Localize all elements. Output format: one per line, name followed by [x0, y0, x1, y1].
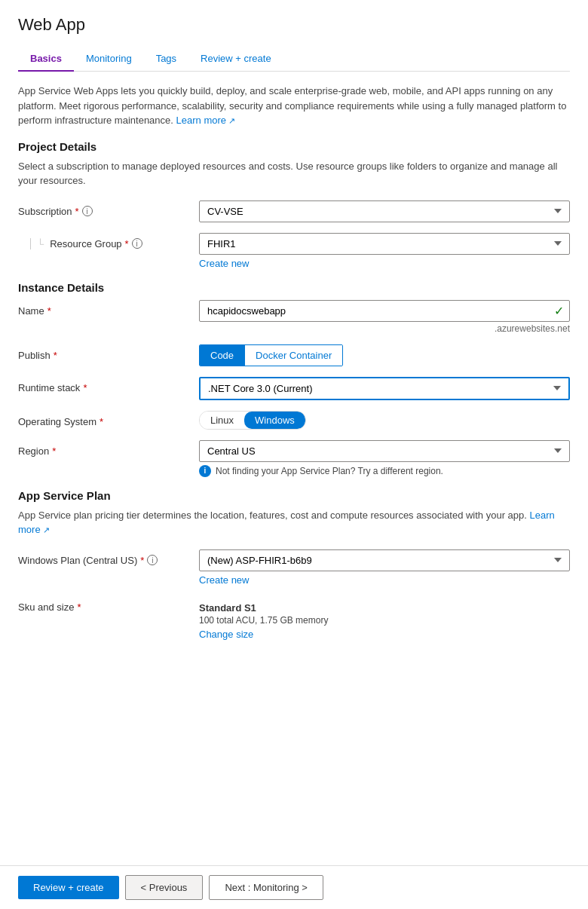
subscription-dropdown[interactable]: CV-VSE	[199, 200, 570, 222]
app-service-plan-description: App Service plan pricing tier determines…	[18, 508, 570, 537]
resource-group-required: *	[125, 238, 129, 249]
publish-docker-btn[interactable]: Docker Container	[245, 345, 342, 366]
next-button[interactable]: Next : Monitoring >	[209, 875, 323, 900]
region-dropdown[interactable]: Central US	[199, 440, 570, 462]
resource-group-create-new[interactable]: Create new	[199, 258, 570, 269]
name-control: ✓ .azurewebsites.net	[199, 300, 570, 334]
subscription-required: *	[75, 206, 79, 217]
project-details-description: Select a subscription to manage deployed…	[18, 159, 570, 188]
footer-bar: Review + create < Previous Next : Monito…	[0, 865, 588, 909]
region-label: Region *	[18, 440, 199, 457]
region-info-icon: i	[199, 465, 211, 477]
windows-plan-info-icon[interactable]: i	[147, 555, 158, 565]
resource-group-info-icon[interactable]: i	[132, 238, 142, 249]
tab-bar: Basics Monitoring Tags Review + create	[18, 47, 570, 72]
sku-control: Standard S1 100 total ACU, 1.75 GB memor…	[199, 596, 570, 646]
change-size-link[interactable]: Change size	[199, 629, 570, 640]
region-row: Region * Central US i Not finding your A…	[18, 440, 570, 477]
resource-group-dropdown[interactable]: FHIR1	[199, 233, 570, 255]
os-windows-btn[interactable]: Windows	[244, 412, 305, 429]
sku-required: *	[77, 601, 81, 613]
os-label: Operating System *	[18, 411, 199, 427]
subscription-label: Subscription * i	[18, 200, 199, 217]
page-description: App Service Web Apps lets you quickly bu…	[18, 84, 570, 128]
runtime-stack-required: *	[83, 382, 87, 393]
subscription-info-icon[interactable]: i	[82, 206, 93, 216]
os-toggle-group: Linux Windows	[199, 411, 306, 430]
tab-monitoring[interactable]: Monitoring	[74, 47, 144, 72]
name-input[interactable]	[199, 300, 570, 322]
runtime-stack-control: .NET Core 3.0 (Current)	[199, 377, 570, 400]
publish-control: Code Docker Container	[199, 344, 570, 366]
region-control: Central US i Not finding your App Servic…	[199, 440, 570, 477]
resource-group-row: └ Resource Group * i FHIR1 Create new	[18, 233, 570, 269]
sku-info: Standard S1 100 total ACU, 1.75 GB memor…	[199, 596, 570, 646]
name-required: *	[47, 305, 51, 317]
windows-plan-label: Windows Plan (Central US) * i	[18, 549, 199, 566]
os-control: Linux Windows	[199, 411, 570, 430]
sku-label: Sku and size *	[18, 596, 199, 613]
resource-group-control: FHIR1 Create new	[199, 233, 570, 269]
runtime-stack-row: Runtime stack * .NET Core 3.0 (Current)	[18, 377, 570, 400]
sku-details: 100 total ACU, 1.75 GB memory	[199, 615, 570, 626]
project-details-title: Project Details	[18, 140, 570, 153]
publish-code-btn[interactable]: Code	[200, 345, 245, 366]
os-linux-btn[interactable]: Linux	[200, 412, 244, 429]
os-row: Operating System * Linux Windows	[18, 411, 570, 430]
os-required: *	[100, 416, 103, 427]
tab-basics[interactable]: Basics	[18, 47, 74, 72]
subscription-row: Subscription * i CV-VSE	[18, 200, 570, 222]
app-service-plan-title: App Service Plan	[18, 489, 570, 502]
learn-more-link[interactable]: Learn more	[176, 115, 236, 126]
review-create-button[interactable]: Review + create	[18, 876, 119, 899]
page-title: Web App	[18, 15, 570, 35]
name-row: Name * ✓ .azurewebsites.net	[18, 300, 570, 334]
windows-plan-row: Windows Plan (Central US) * i (New) ASP-…	[18, 549, 570, 586]
previous-button[interactable]: < Previous	[125, 875, 204, 900]
sku-row: Sku and size * Standard S1 100 total ACU…	[18, 596, 570, 646]
region-required: *	[52, 445, 56, 457]
windows-plan-required: *	[140, 555, 144, 566]
publish-toggle-group: Code Docker Container	[199, 344, 343, 366]
tab-review-create[interactable]: Review + create	[188, 47, 283, 72]
windows-plan-create-new[interactable]: Create new	[199, 574, 570, 586]
publish-row: Publish * Code Docker Container	[18, 344, 570, 366]
sku-name: Standard S1	[199, 602, 570, 614]
name-input-wrapper: ✓	[199, 300, 570, 322]
runtime-stack-dropdown[interactable]: .NET Core 3.0 (Current)	[199, 377, 570, 400]
tab-tags[interactable]: Tags	[144, 47, 188, 72]
name-check-icon: ✓	[554, 304, 564, 318]
publish-label: Publish *	[18, 344, 199, 361]
windows-plan-dropdown[interactable]: (New) ASP-FHIR1-b6b9	[199, 549, 570, 571]
region-hint: i Not finding your App Service Plan? Try…	[199, 465, 570, 477]
runtime-stack-label: Runtime stack *	[18, 377, 199, 393]
resource-group-label: └ Resource Group * i	[18, 233, 199, 249]
windows-plan-control: (New) ASP-FHIR1-b6b9 Create new	[199, 549, 570, 586]
subscription-control: CV-VSE	[199, 200, 570, 222]
publish-required: *	[54, 350, 57, 361]
name-label: Name *	[18, 300, 199, 317]
instance-details-title: Instance Details	[18, 281, 570, 294]
domain-suffix: .azurewebsites.net	[199, 323, 570, 334]
